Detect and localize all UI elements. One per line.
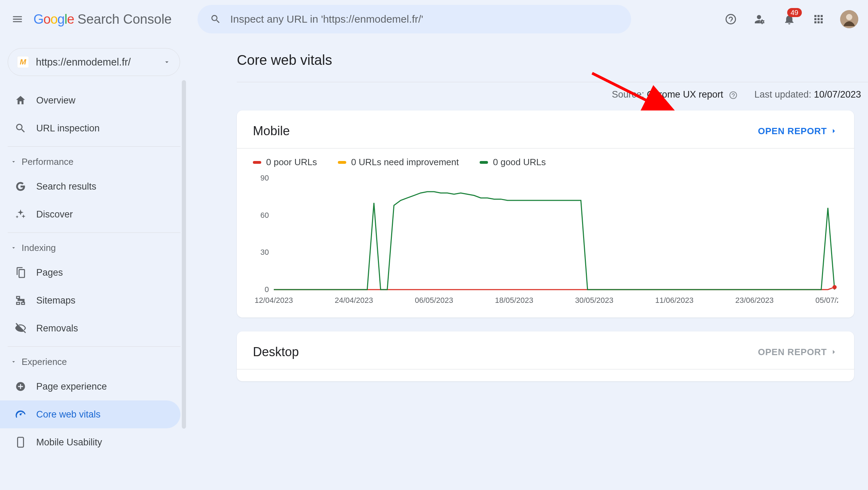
source-help[interactable]	[729, 91, 738, 100]
svg-text:0: 0	[265, 285, 269, 294]
url-inspect-input[interactable]	[230, 13, 619, 25]
group-label: Performance	[22, 156, 73, 167]
chevron-right-icon	[830, 127, 838, 135]
caret-down-icon	[10, 159, 17, 165]
help-button[interactable]	[723, 12, 738, 27]
updated-value: 10/07/2023	[814, 89, 861, 100]
legend-label: 0 URLs need improvement	[351, 157, 459, 168]
source-block: Source: Chrome UX report	[612, 89, 738, 100]
svg-text:30: 30	[261, 248, 269, 257]
sidebar-group-experience[interactable]: Experience	[0, 351, 188, 373]
sidebar-item-sitemaps[interactable]: Sitemaps	[0, 286, 180, 314]
swatch-poor	[253, 161, 261, 164]
url-inspect-search[interactable]	[197, 5, 631, 33]
circle-plus-icon	[15, 381, 26, 392]
product-suffix: Search Console	[78, 12, 172, 27]
sidebar-item-search-results[interactable]: Search results	[0, 173, 180, 200]
divider	[237, 148, 854, 148]
visibility-off-icon	[15, 322, 26, 334]
sidebar-item-label: Sitemaps	[36, 295, 76, 306]
google-wordmark: Google	[33, 12, 74, 27]
sidebar-item-label: Mobile Usability	[36, 437, 102, 448]
caret-down-icon	[163, 58, 171, 66]
speedometer-icon	[15, 408, 26, 420]
search-icon	[210, 14, 221, 25]
open-report-desktop[interactable]: OPEN REPORT	[758, 347, 838, 358]
swatch-ni	[338, 161, 346, 164]
legend-label: 0 poor URLs	[266, 157, 317, 168]
sidebar-item-core-web-vitals[interactable]: Core web vitals	[0, 400, 180, 428]
property-selector[interactable]: M https://enmodemel.fr/	[8, 48, 180, 76]
updated-block: Last updated: 10/07/2023	[754, 89, 861, 100]
sidebar-item-page-experience[interactable]: Page experience	[0, 373, 180, 400]
card-mobile: Mobile OPEN REPORT 0 poor URLs 0 URLs ne…	[237, 110, 854, 317]
open-report-label: OPEN REPORT	[758, 347, 827, 358]
users-settings-button[interactable]	[752, 12, 768, 27]
sidebar-item-removals[interactable]: Removals	[0, 314, 180, 342]
notifications-button[interactable]: 49	[782, 12, 797, 27]
sidebar-item-label: Core web vitals	[36, 409, 101, 420]
caret-down-icon	[10, 359, 17, 365]
source-value: Chrome UX report	[647, 89, 723, 100]
sidebar-item-label: Pages	[36, 267, 63, 278]
svg-text:12/04/2023: 12/04/2023	[255, 296, 293, 305]
svg-text:11/06/2023: 11/06/2023	[655, 296, 693, 305]
svg-point-17	[832, 285, 837, 289]
group-label: Indexing	[22, 243, 56, 253]
user-gear-icon	[754, 13, 766, 25]
caret-down-icon	[10, 245, 17, 251]
top-bar: Google Search Console 49	[0, 0, 868, 38]
open-report-label: OPEN REPORT	[758, 126, 827, 137]
product-logo[interactable]: Google Search Console	[33, 12, 172, 27]
svg-text:30/05/2023: 30/05/2023	[575, 296, 613, 305]
svg-text:60: 60	[261, 211, 269, 220]
card-title: Mobile	[253, 124, 290, 138]
sitemap-icon	[15, 294, 26, 306]
sidebar-item-pages[interactable]: Pages	[0, 259, 180, 286]
updated-label: Last updated:	[754, 89, 812, 100]
home-icon	[15, 94, 26, 106]
sidebar-group-indexing[interactable]: Indexing	[0, 237, 188, 259]
sidebar-item-label: Removals	[36, 323, 78, 334]
menu-button[interactable]	[10, 12, 25, 27]
divider	[237, 369, 854, 369]
svg-point-1	[846, 14, 852, 20]
sidebar: M https://enmodemel.fr/ Overview URL ins…	[0, 38, 188, 490]
sidebar-item-overview[interactable]: Overview	[0, 86, 180, 114]
card-header: Desktop OPEN REPORT	[253, 345, 838, 359]
sidebar-group-performance[interactable]: Performance	[0, 151, 188, 173]
top-icons: 49	[723, 10, 858, 28]
legend-need-improvement[interactable]: 0 URLs need improvement	[338, 157, 459, 168]
sidebar-item-mobile-usability[interactable]: Mobile Usability	[0, 428, 180, 456]
sidebar-scrollbar[interactable]	[182, 80, 186, 429]
property-url: https://enmodemel.fr/	[36, 56, 156, 68]
meta-row: Source: Chrome UX report Last updated: 1…	[237, 82, 868, 110]
sidebar-item-discover[interactable]: Discover	[0, 200, 180, 228]
search-icon	[15, 122, 26, 134]
divider	[8, 146, 180, 147]
card-header: Mobile OPEN REPORT	[253, 124, 838, 138]
legend-poor[interactable]: 0 poor URLs	[253, 157, 317, 168]
swatch-good	[480, 161, 488, 164]
divider	[8, 346, 180, 347]
account-avatar[interactable]	[840, 10, 858, 28]
help-icon	[729, 91, 738, 100]
apps-button[interactable]	[811, 12, 826, 27]
sparkle-icon	[15, 208, 26, 220]
svg-text:23/06/2023: 23/06/2023	[735, 296, 774, 305]
sidebar-item-label: Search results	[36, 181, 96, 192]
smartphone-icon	[15, 436, 26, 448]
sidebar-item-label: Page experience	[36, 381, 107, 392]
avatar-icon	[840, 10, 858, 28]
open-report-mobile[interactable]: OPEN REPORT	[758, 126, 838, 137]
legend-label: 0 good URLs	[493, 157, 546, 168]
mobile-chart: 030609012/04/202324/04/202306/05/202318/…	[253, 175, 838, 307]
svg-text:24/04/2023: 24/04/2023	[335, 296, 373, 305]
layout: M https://enmodemel.fr/ Overview URL ins…	[0, 38, 868, 490]
svg-text:18/05/2023: 18/05/2023	[495, 296, 533, 305]
sidebar-item-url-inspection[interactable]: URL inspection	[0, 114, 180, 142]
chart-legend: 0 poor URLs 0 URLs need improvement 0 go…	[253, 157, 838, 168]
sidebar-item-label: URL inspection	[36, 123, 100, 134]
legend-good[interactable]: 0 good URLs	[480, 157, 546, 168]
group-label: Experience	[22, 357, 67, 367]
